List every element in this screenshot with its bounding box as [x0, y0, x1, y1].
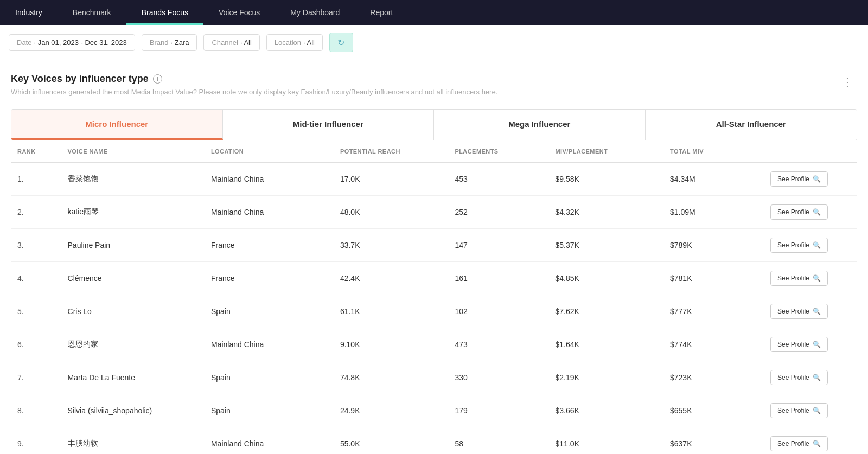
nav-item-benchmark[interactable]: Benchmark: [58, 0, 126, 25]
cell-placements: 161: [448, 262, 548, 295]
cell-voice-name: Marta De La Fuente: [61, 361, 205, 394]
tab-micro-influencer[interactable]: Micro Influencer: [11, 110, 223, 140]
refresh-icon: ↻: [337, 37, 344, 48]
cell-voice-name: Silvia (silviia_shopaholic): [61, 394, 205, 427]
cell-placements: 147: [448, 229, 548, 262]
cell-total-miv: $1.09M: [663, 196, 764, 229]
cell-miv-placement: $4.32K: [548, 196, 663, 229]
search-icon: 🔍: [813, 308, 821, 315]
col-action: [764, 140, 857, 163]
filter-bar: Date· Jan 01, 2023 - Dec 31, 2023 Brand·…: [0, 25, 868, 60]
see-profile-button[interactable]: See Profile 🔍: [770, 337, 828, 352]
cell-placements: 179: [448, 394, 548, 427]
main-section: Key Voices by influencer type i Which in…: [0, 60, 868, 454]
col-potential-reach: POTENTIAL REACH: [334, 140, 449, 163]
cell-miv-placement: $9.58K: [548, 163, 663, 196]
date-filter[interactable]: Date· Jan 01, 2023 - Dec 31, 2023: [9, 34, 135, 51]
cell-miv-placement: $11.0K: [548, 427, 663, 455]
cell-action: See Profile 🔍: [764, 163, 857, 196]
location-filter[interactable]: Location· All: [266, 34, 323, 51]
cell-location: France: [205, 229, 334, 262]
cell-rank: 3.: [11, 229, 61, 262]
cell-location: Spain: [205, 394, 334, 427]
cell-action: See Profile 🔍: [764, 295, 857, 328]
cell-rank: 8.: [11, 394, 61, 427]
tab-all-star-influencer[interactable]: All-Star Influencer: [646, 110, 857, 140]
table-row: 9. 丰腴幼软 Mainland China 55.0K 58 $11.0K $…: [11, 427, 857, 455]
more-options-icon[interactable]: ⋮: [838, 73, 857, 91]
nav-item-voice-focus[interactable]: Voice Focus: [203, 0, 275, 25]
search-icon: 🔍: [813, 440, 821, 447]
cell-potential-reach: 17.0K: [334, 163, 449, 196]
cell-placements: 473: [448, 328, 548, 361]
search-icon: 🔍: [813, 341, 821, 348]
cell-placements: 252: [448, 196, 548, 229]
cell-rank: 2.: [11, 196, 61, 229]
cell-potential-reach: 48.0K: [334, 196, 449, 229]
info-icon[interactable]: i: [153, 74, 162, 84]
nav-item-report[interactable]: Report: [355, 0, 408, 25]
cell-placements: 102: [448, 295, 548, 328]
refresh-button[interactable]: ↻: [329, 33, 353, 52]
cell-voice-name: Clémence: [61, 262, 205, 295]
search-icon: 🔍: [813, 208, 821, 216]
cell-potential-reach: 33.7K: [334, 229, 449, 262]
cell-miv-placement: $7.62K: [548, 295, 663, 328]
see-profile-button[interactable]: See Profile 🔍: [770, 204, 828, 220]
col-location: LOCATION: [205, 140, 334, 163]
cell-placements: 453: [448, 163, 548, 196]
cell-action: See Profile 🔍: [764, 229, 857, 262]
cell-rank: 4.: [11, 262, 61, 295]
cell-voice-name: 香菜饱饱: [61, 163, 205, 196]
see-profile-button[interactable]: See Profile 🔍: [770, 370, 828, 385]
cell-action: See Profile 🔍: [764, 262, 857, 295]
see-profile-button[interactable]: See Profile 🔍: [770, 238, 828, 253]
search-icon: 🔍: [813, 374, 821, 381]
table-row: 4. Clémence France 42.4K 161 $4.85K $781…: [11, 262, 857, 295]
nav-item-my-dashboard[interactable]: My Dashboard: [275, 0, 355, 25]
cell-rank: 7.: [11, 361, 61, 394]
see-profile-button[interactable]: See Profile 🔍: [770, 271, 828, 286]
cell-location: Mainland China: [205, 328, 334, 361]
col-miv-placement: MIV/PLACEMENT: [548, 140, 663, 163]
section-title: Key Voices by influencer type i: [11, 73, 497, 85]
table-row: 5. Cris Lo Spain 61.1K 102 $7.62K $777K …: [11, 295, 857, 328]
channel-filter[interactable]: Channel· All: [203, 34, 259, 51]
see-profile-button[interactable]: See Profile 🔍: [770, 171, 828, 187]
cell-action: See Profile 🔍: [764, 196, 857, 229]
tab-mega-influencer[interactable]: Mega Influencer: [434, 110, 646, 140]
cell-total-miv: $781K: [663, 262, 764, 295]
table-row: 6. 恩恩的家 Mainland China 9.10K 473 $1.64K …: [11, 328, 857, 361]
cell-location: Mainland China: [205, 163, 334, 196]
influencer-type-tabs: Micro Influencer Mid-tier Influencer Meg…: [11, 109, 857, 140]
cell-potential-reach: 74.8K: [334, 361, 449, 394]
cell-placements: 58: [448, 427, 548, 455]
cell-voice-name: katie雨琴: [61, 196, 205, 229]
cell-potential-reach: 61.1K: [334, 295, 449, 328]
see-profile-button[interactable]: See Profile 🔍: [770, 304, 828, 319]
cell-action: See Profile 🔍: [764, 394, 857, 427]
cell-rank: 5.: [11, 295, 61, 328]
cell-rank: 6.: [11, 328, 61, 361]
cell-rank: 1.: [11, 163, 61, 196]
brand-filter[interactable]: Brand· Zara: [142, 34, 197, 51]
col-voice-name: VOICE NAME: [61, 140, 205, 163]
nav-item-brands-focus[interactable]: Brands Focus: [126, 0, 203, 25]
cell-miv-placement: $4.85K: [548, 262, 663, 295]
cell-location: Spain: [205, 295, 334, 328]
table-row: 2. katie雨琴 Mainland China 48.0K 252 $4.3…: [11, 196, 857, 229]
see-profile-button[interactable]: See Profile 🔍: [770, 436, 828, 451]
see-profile-button[interactable]: See Profile 🔍: [770, 403, 828, 418]
table-row: 7. Marta De La Fuente Spain 74.8K 330 $2…: [11, 361, 857, 394]
cell-miv-placement: $2.19K: [548, 361, 663, 394]
cell-total-miv: $655K: [663, 394, 764, 427]
tab-mid-tier-influencer[interactable]: Mid-tier Influencer: [223, 110, 435, 140]
nav-item-industry[interactable]: Industry: [0, 0, 58, 25]
table-row: 8. Silvia (silviia_shopaholic) Spain 24.…: [11, 394, 857, 427]
section-title-block: Key Voices by influencer type i Which in…: [11, 73, 497, 96]
cell-location: Mainland China: [205, 196, 334, 229]
section-subtitle: Which influencers generated the most Med…: [11, 88, 497, 96]
cell-placements: 330: [448, 361, 548, 394]
cell-voice-name: Pauline Pain: [61, 229, 205, 262]
table-header-row: RANK VOICE NAME LOCATION POTENTIAL REACH…: [11, 140, 857, 163]
